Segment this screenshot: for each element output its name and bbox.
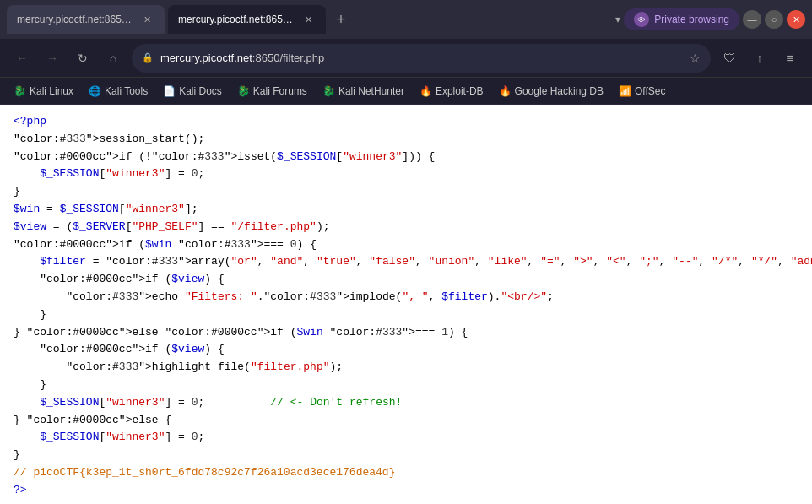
private-icon: 👁 (634, 12, 649, 27)
bookmark-icon-3: 🐉 (237, 85, 250, 97)
bookmark-label-7: OffSec (635, 85, 665, 97)
bookmark-item-0[interactable]: 🐉Kali Linux (7, 83, 80, 100)
minimize-button[interactable]: — (743, 10, 761, 29)
titlebar: mercury.picoctf.net:8650/in… ✕ mercury.p… (0, 0, 812, 39)
bookmark-icon-2: 📄 (163, 85, 176, 97)
bookmark-icon-4: 🐉 (322, 85, 335, 97)
bookmark-label-0: Kali Linux (30, 85, 73, 97)
back-button[interactable]: ← (10, 46, 34, 70)
menu-icon[interactable]: ≡ (778, 46, 802, 70)
code-line: $view = ($_SERVER["PHP_SELF"] == "/filte… (14, 219, 798, 236)
tab-inactive-close[interactable]: ✕ (140, 13, 154, 27)
code-line: $_SESSION["winner3"] = 0; (14, 165, 798, 183)
url-bar[interactable]: 🔒 mercury.picoctf.net:8650/filter.php ☆ (132, 44, 711, 73)
bookmark-icon-1: 🌐 (89, 85, 101, 97)
url-text: mercury.picoctf.net:8650/filter.php (160, 51, 683, 64)
tab-inactive-title: mercury.picoctf.net:8650/in… (17, 14, 135, 25)
close-button[interactable]: ✕ (787, 10, 805, 29)
bookmark-icon-7: 📶 (619, 85, 631, 97)
private-browsing-label: Private browsing (654, 14, 729, 25)
code-line: } (14, 447, 798, 464)
home-button[interactable]: ⌂ (101, 46, 125, 70)
forward-button[interactable]: → (41, 46, 64, 70)
code-line: } "color:#0000cc">else "color:#0000cc">i… (14, 324, 798, 342)
share-icon[interactable]: ↑ (748, 46, 771, 70)
code-line: "color:#333">session_start(); (14, 131, 798, 149)
bookmark-label-3: Kali Forums (253, 85, 307, 97)
bookmark-item-7[interactable]: 📶OffSec (612, 83, 672, 100)
bookmark-label-5: Exploit-DB (436, 85, 484, 97)
bookmark-icon-5: 🔥 (420, 85, 432, 97)
code-line: <?php (14, 113, 798, 131)
code-line: "color:#0000cc">if ($view) { (14, 271, 798, 289)
bookmark-label-6: Google Hacking DB (515, 85, 604, 97)
code-line: } "color:#0000cc">else { (14, 412, 798, 430)
bookmark-star[interactable]: ☆ (690, 51, 701, 65)
tab-active-close[interactable]: ✕ (301, 13, 316, 27)
bookmark-item-2[interactable]: 📄Kali Docs (156, 83, 229, 100)
bookmark-item-4[interactable]: 🐉Kali NetHunter (316, 83, 411, 100)
bookmark-label-4: Kali NetHunter (338, 85, 404, 97)
code-line: "color:#0000cc">if ($view) { (14, 341, 798, 359)
maximize-button[interactable]: ○ (765, 10, 783, 29)
bookmark-label-1: Kali Tools (105, 85, 148, 97)
url-domain: mercury.picoctf.net (160, 51, 252, 64)
bookmark-icon-0: 🐉 (14, 85, 26, 97)
code-line: "color:#333">highlight_file("filter.php"… (14, 359, 798, 377)
bookmark-icon-6: 🔥 (499, 85, 512, 97)
code-area: <?php"color:#333">session_start();"color… (0, 105, 812, 504)
code-line: // picoCTF{k3ep_1t_sh0rt_6fdd78c92c7f26a… (14, 464, 798, 482)
shield-icon[interactable]: 🛡 (717, 46, 741, 70)
code-line: } (14, 183, 798, 201)
toolbar-right: 🛡 ↑ ≡ (717, 46, 802, 70)
private-browsing-badge: 👁 Private browsing (624, 8, 739, 30)
code-line: $win = $_SESSION["winner3"]; (14, 201, 798, 219)
bookmark-item-5[interactable]: 🔥Exploit-DB (413, 83, 490, 100)
code-line: } (14, 306, 798, 324)
new-tab-button[interactable]: + (329, 8, 353, 31)
code-line: $filter = "color:#333">array("or", "and"… (14, 253, 798, 271)
bookmark-label-2: Kali Docs (179, 85, 222, 97)
code-line: $_SESSION["winner3"] = 0; (14, 429, 798, 447)
code-line: $_SESSION["winner3"] = 0; // <- Don't re… (14, 394, 798, 412)
bookmark-item-3[interactable]: 🐉Kali Forums (230, 83, 314, 100)
navbar: ← → ↻ ⌂ 🔒 mercury.picoctf.net:8650/filte… (0, 39, 812, 78)
code-line: "color:#0000cc">if ($win "color:#333">==… (14, 236, 798, 254)
code-line: ?> (14, 482, 798, 500)
code-line: "color:#333">echo "Filters: "."color:#33… (14, 289, 798, 306)
bookmarks-bar: 🐉Kali Linux🌐Kali Tools📄Kali Docs🐉Kali Fo… (0, 78, 812, 105)
bookmark-item-1[interactable]: 🌐Kali Tools (82, 83, 154, 100)
tabs-dropdown[interactable]: ▾ (615, 14, 620, 25)
tab-active-title: mercury.picoctf.net:8650/filt… (178, 14, 296, 25)
reload-button[interactable]: ↻ (71, 46, 95, 70)
tab-inactive[interactable]: mercury.picoctf.net:8650/in… ✕ (7, 5, 165, 34)
tab-active[interactable]: mercury.picoctf.net:8650/filt… ✕ (168, 5, 326, 34)
security-icon: 🔒 (142, 52, 154, 63)
code-line: "color:#0000cc">if (!"color:#333">isset(… (14, 149, 798, 166)
url-path: :8650/filter.php (252, 51, 324, 64)
code-line: } (14, 377, 798, 394)
bookmark-item-6[interactable]: 🔥Google Hacking DB (492, 83, 610, 100)
